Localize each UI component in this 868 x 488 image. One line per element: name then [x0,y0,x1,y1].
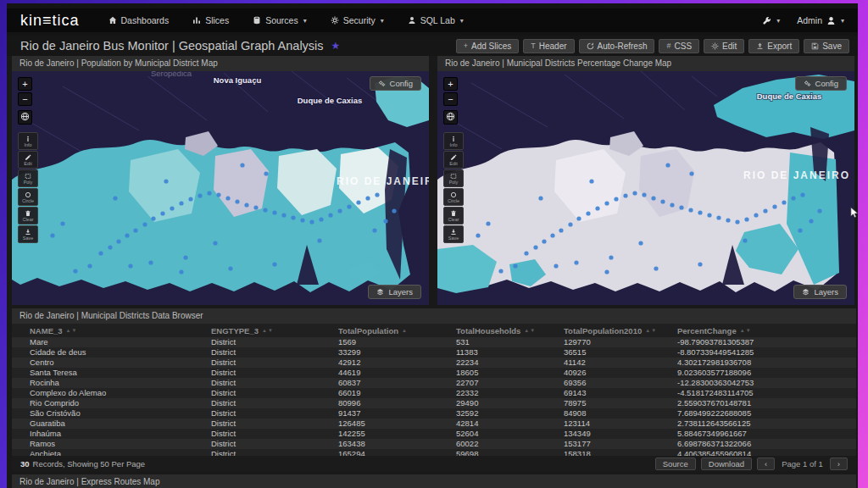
bus-location-dot [698,210,702,214]
header-button[interactable]: THeader [523,39,574,53]
population-map-canvas[interactable]: Seropédica Nova Iguaçu Duque de Caxias R… [12,71,429,305]
map-basemap-button[interactable] [443,110,458,125]
source-button[interactable]: Source [655,458,696,470]
export-button[interactable]: Export [748,39,799,53]
map-layers-button[interactable]: Layers [793,285,847,299]
tools-menu[interactable]: ▾ [762,16,780,25]
table-row[interactable]: AnchietaDistrict165294596981583184.40638… [12,449,856,456]
layers-label: Layers [388,287,413,297]
map-tool-clear-button[interactable]: Clear [18,207,38,225]
bus-location-dot [216,192,220,197]
column-header-totalhouseholds[interactable]: TotalHouseholds▲▼ [456,326,564,336]
bus-location-dot [707,213,711,217]
add-slices-button[interactable]: +Add Slices [456,39,520,53]
bus-location-dot [538,196,542,200]
prev-page-button[interactable]: ‹ [757,458,775,470]
bus-location-dot [665,163,670,167]
table-row[interactable]: Cidade de deusDistrict332991138336515-8.… [12,347,856,358]
map-tool-edit-button[interactable]: Edit [18,151,38,169]
sort-arrows-icon[interactable]: ▲▼ [262,328,274,333]
table-row[interactable]: São CristóvãoDistrict9143732592849087.68… [12,408,856,419]
bus-location-dot [623,193,627,197]
next-page-button[interactable]: › [830,458,848,470]
table-cell: District [211,419,338,429]
percent-change-map[interactable]: Duque de Caxias RIO DE JANEIRO + − InfoE… [437,71,854,305]
table-row[interactable]: GuaratibaDistrict126485428141231142.7381… [12,419,856,429]
panel-title: Rio de Janeiro | Municipal Districts Per… [445,58,671,68]
nav-item-sql-lab[interactable]: SQL Lab▾ [408,15,464,25]
population-map[interactable]: Seropédica Nova Iguaçu Duque de Caxias R… [12,71,429,305]
column-header-name_3[interactable]: NAME_3▲▼ [12,326,211,336]
map-tool-poly-button[interactable]: Poly [443,169,464,187]
map-zoom-in-button[interactable]: + [18,77,32,91]
table-row[interactable]: MareDistrict1569531129770-98.79093781305… [12,337,856,347]
kinetica-logo[interactable]: kin≡tica [20,12,80,30]
dashboard-actions: +Add SlicesTHeaderAuto-Refresh#CSSEditEx… [456,39,849,53]
sort-arrows-icon[interactable]: ▲▼ [645,328,657,333]
bus-location-dot [228,266,232,270]
nav-item-sources[interactable]: Sources▾ [253,15,307,25]
nav-item-security[interactable]: Security▾ [331,15,384,25]
column-header-percentchange[interactable]: PercentChange▲▼ [677,326,856,336]
map-tool-save-button[interactable]: Save [443,225,464,243]
map-basemap-button[interactable] [18,110,32,125]
table-row[interactable]: Complexo do AlemaoDistrict66019223326914… [12,388,856,398]
table-row[interactable]: RocinhaDistrict608372270769356-12.283003… [12,378,856,388]
favorite-star-icon[interactable]: ★ [331,40,341,52]
map-tool-save-button[interactable]: Save [18,225,38,243]
table-cell: Mare [12,337,211,347]
tool-label: Circle [448,198,459,203]
map-tool-circle-button[interactable]: Circle [18,188,38,206]
map-zoom-in-button[interactable]: + [443,77,458,91]
map-config-button[interactable]: Config [370,76,421,91]
bus-location-dot [383,219,387,223]
sort-arrows-icon[interactable]: ▲▼ [740,328,752,333]
config-label: Config [390,79,413,88]
table-cell: Complexo do Alemao [12,388,211,398]
bus-location-dot [372,228,376,232]
auto-refresh-button[interactable]: Auto-Refresh [579,39,655,53]
column-header-totalpopulation[interactable]: TotalPopulation▲ [338,326,456,336]
map-label: Seropédica [151,71,192,78]
map-config-button[interactable]: Config [795,76,847,91]
bus-location-dot [179,269,183,274]
edit-button[interactable]: Edit [704,39,744,53]
bus-location-dot [365,196,370,200]
sort-arrows-icon[interactable]: ▲ [402,328,408,333]
column-header-engtype_3[interactable]: ENGTYPE_3▲▼ [211,326,338,336]
admin-menu[interactable]: Admin ▾ [797,15,844,25]
tool-label: Poly [24,180,33,185]
table-cell: 134349 [564,429,677,439]
table-row[interactable]: Santa TeresaDistrict4461918605409269.023… [12,368,856,378]
map-tool-clear-button[interactable]: Clear [443,207,464,225]
nav-item-slices[interactable]: Slices [192,15,229,25]
table-row[interactable]: InhaúmaDistrict142255526041343495.884673… [12,429,856,439]
map-tool-edit-button[interactable]: Edit [443,151,464,169]
save-button[interactable]: Save [804,39,849,53]
table-row[interactable]: RamosDistrict163438600221531776.69878637… [12,439,856,449]
table-cell: 42814 [456,419,564,429]
map-tool-info-button[interactable]: Info [18,132,38,150]
sort-arrows-icon[interactable]: ▲▼ [524,328,536,333]
bus-location-dot [98,251,103,255]
nav-item-dashboards[interactable]: Dashboards [108,15,170,25]
chart-icon [192,16,201,25]
sort-arrows-icon[interactable]: ▲▼ [66,328,78,333]
records-text: Records, Showing 50 Per Page [33,459,146,469]
map-layers-button[interactable]: Layers [368,285,421,299]
map-zoom-out-button[interactable]: − [18,92,32,106]
map-tool-info-button[interactable]: Info [443,132,464,150]
css-button[interactable]: #CSS [659,39,699,53]
table-row[interactable]: CentroDistrict4291222234411424.302172981… [12,358,856,368]
save-icon [450,229,457,236]
percent-change-map-canvas[interactable]: Duque de Caxias RIO DE JANEIRO [437,71,854,305]
panel-header: Rio de Janeiro | Population by Municipal… [12,56,429,71]
map-tool-poly-button[interactable]: Poly [18,169,38,187]
gears-icon [804,80,811,87]
table-cell: 153177 [564,439,677,449]
table-row[interactable]: Rio CompridoDistrict8099629490789752.559… [12,398,856,408]
map-zoom-out-button[interactable]: − [443,92,458,106]
download-button[interactable]: Download [701,458,752,470]
column-header-totalpopulation2010[interactable]: TotalPopulation2010▲▼ [564,326,677,336]
map-tool-circle-button[interactable]: Circle [443,188,464,206]
